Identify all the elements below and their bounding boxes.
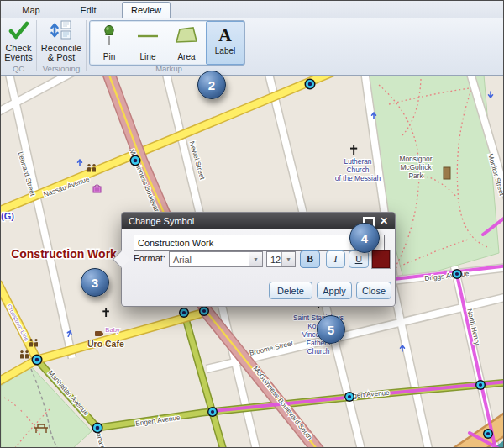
check-icon: [8, 20, 29, 44]
markup-pin: [207, 407, 218, 417]
callout-badge-4: 4: [349, 223, 380, 253]
area-tool-label: Area: [177, 52, 195, 61]
construction-work-map-label[interactable]: Construction Work: [11, 247, 117, 261]
font-family-value: Arial: [170, 255, 249, 265]
chevron-down-icon[interactable]: ▼: [249, 252, 262, 266]
group-versioning: Reconcile & Post Versioning: [37, 18, 86, 74]
markup-pin: [305, 79, 316, 90]
markup-pin: [199, 306, 209, 316]
pin-tool-button[interactable]: Pin: [91, 22, 128, 64]
subway-station-label: (G): [1, 211, 14, 221]
callout-badge-5: 5: [317, 315, 345, 344]
tab-review[interactable]: Review: [122, 2, 171, 18]
close-icon[interactable]: ✕: [380, 213, 388, 229]
markup-pin: [475, 380, 486, 390]
group-markup: Pin Line Area A: [87, 18, 251, 74]
tab-map[interactable]: Map: [8, 3, 55, 18]
markup-pin: [483, 429, 493, 439]
ribbon: Map Edit Review Check Events QC: [1, 1, 503, 76]
group-label-markup: Markup: [87, 64, 251, 73]
chevron-down-icon[interactable]: ▼: [281, 252, 295, 266]
pin-tool-label: Pin: [103, 52, 115, 61]
reconcile-icon: [49, 20, 74, 44]
bold-button[interactable]: B: [300, 250, 320, 268]
ribbon-tabstrip: Map Edit Review: [1, 1, 503, 18]
svg-text:Monsignor: Monsignor: [399, 155, 432, 163]
check-events-button[interactable]: Check Events: [0, 18, 40, 62]
markup-pin: [344, 392, 354, 402]
area-icon: [174, 25, 199, 51]
font-family-select[interactable]: Arial ▼: [169, 251, 263, 267]
close-button[interactable]: Close: [356, 282, 391, 299]
svg-text:Park: Park: [408, 171, 423, 180]
label-tool-label: Label: [215, 46, 235, 55]
line-icon: [136, 25, 160, 51]
line-tool-button[interactable]: Line: [129, 22, 166, 64]
label-tool-button[interactable]: A Label: [206, 21, 244, 65]
format-label: Format:: [134, 253, 165, 263]
delete-button[interactable]: Delete: [269, 282, 312, 299]
line-tool-label: Line: [140, 52, 156, 61]
markup-pin: [452, 269, 462, 279]
svg-text:of the Messiah: of the Messiah: [335, 174, 381, 182]
reconcile-post-button[interactable]: Reconcile & Post: [39, 18, 83, 62]
svg-text:Church: Church: [347, 166, 370, 174]
font-size-select[interactable]: 12 ▼: [266, 251, 296, 267]
ribbon-body: Check Events QC Re: [1, 18, 503, 74]
svg-text:McGolrick: McGolrick: [400, 163, 432, 171]
group-qc: Check Events QC: [1, 18, 36, 74]
underline-button[interactable]: U: [349, 250, 369, 268]
baby-poi-label: Baby: [105, 326, 120, 334]
monument-icon: [444, 167, 450, 179]
italic-button[interactable]: I: [326, 250, 345, 268]
markup-pin: [32, 355, 43, 366]
svg-text:Church: Church: [307, 347, 330, 356]
application-window: Map Edit Review Check Events QC: [0, 0, 504, 448]
markup-pin: [179, 308, 189, 318]
group-label-versioning: Versioning: [37, 64, 86, 73]
label-icon: A: [218, 25, 232, 45]
color-swatch[interactable]: [372, 250, 390, 268]
dialog-title: Change Symbol: [129, 213, 194, 229]
reconcile-post-label: Reconcile & Post: [39, 44, 83, 62]
area-tool-button[interactable]: Area: [168, 22, 205, 64]
check-events-label: Check Events: [0, 44, 40, 62]
group-label-qc: QC: [1, 64, 36, 73]
svg-text:Lutheran: Lutheran: [344, 157, 371, 166]
apply-button[interactable]: Apply: [317, 282, 352, 299]
markup-panel: Pin Line Area A: [89, 20, 245, 66]
callout-badge-3: 3: [81, 268, 109, 297]
uro-cafe-label: Uro Cafe: [87, 339, 124, 349]
font-size-value: 12: [267, 255, 281, 265]
callout-badge-2: 2: [197, 71, 226, 99]
markup-pin: [130, 155, 141, 166]
pin-icon: [98, 25, 120, 51]
tab-edit[interactable]: Edit: [65, 3, 112, 18]
markup-pin: [92, 423, 103, 434]
symbol-text-input[interactable]: [134, 235, 385, 251]
